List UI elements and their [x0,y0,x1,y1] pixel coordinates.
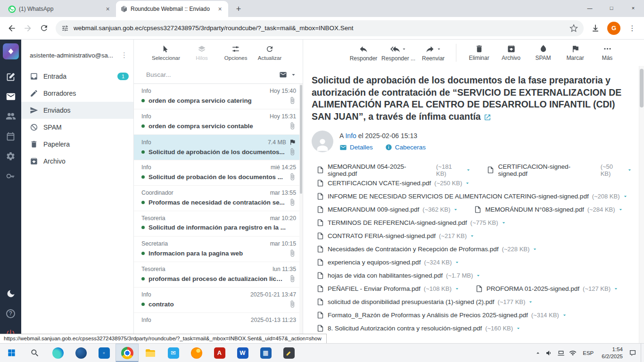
site-settings-icon[interactable] [61,25,69,32]
message-row[interactable]: Tesorerialun 11:35 proformas del proceso… [134,262,303,288]
folder-enviados[interactable]: Enviados [21,102,133,119]
attachment-name[interactable]: PROFORMA 01-2025-signed.pdf [487,285,579,292]
forward-button[interactable] [20,20,36,36]
file-explorer-button[interactable] [139,344,162,362]
attachment-item[interactable]: PEÑAFIEL - Enviar Proforma.pdf(~108 KB) [316,285,460,293]
sign-app-button[interactable] [277,344,300,362]
account-header[interactable]: asistente-administrativo@sa... ⋮ [21,40,133,68]
attachment-name[interactable]: experiencia y equipos-signed.pdf [328,259,421,266]
action-center-icon[interactable] [629,349,636,357]
tab-whatsapp[interactable]: (1) WhatsApp × [4,1,116,17]
app-blue-2-button[interactable]: ▦ [254,344,277,362]
message-row[interactable]: Infomié 14:25 Solicitud de probación de … [134,160,303,186]
reload-button[interactable] [36,20,52,36]
mail-task-button[interactable] [0,87,21,107]
close-window-button[interactable]: × [622,0,644,16]
attachment-item[interactable]: TERMINOS DE REFERENCIA-signed-signed.pdf… [316,219,507,227]
attachment-item[interactable]: MEMORANDUM 054-2025-signed.pdf(~181 KB) [316,163,471,177]
delete-button[interactable]: Eliminar [465,44,493,61]
attachment-name[interactable]: PEÑAFIEL - Enviar Proforma.pdf [328,285,421,292]
start-button[interactable] [0,344,23,362]
help-button[interactable]: ? [0,304,21,323]
chevron-down-icon[interactable] [290,71,297,78]
app-dark-blue-button[interactable] [69,344,92,362]
language-indicator[interactable]: ESP [581,350,595,356]
attachment-item[interactable]: solicitud de disponibilidad presupuestar… [316,298,534,306]
chevron-down-icon[interactable] [622,193,628,199]
close-icon[interactable]: × [216,5,224,13]
message-row[interactable]: Secretariamar 10:15 Informacion para la … [134,237,303,262]
attachment-name[interactable]: MEMORÁNDUM N°083-signed.pdf [485,206,584,213]
attachment-name[interactable]: MEMORANDUM 009-signed.pdf [328,206,419,213]
select-button[interactable]: Seleccionar [152,45,180,61]
attachment-name[interactable]: MEMORANDUM 054-2025-signed.pdf [328,163,433,177]
attachment-name[interactable]: CERTIFICACION-signed-signed.pdf [498,163,597,177]
volume-icon[interactable] [545,349,553,357]
attachment-name[interactable]: 8. Solicitud Autorización contra y resol… [328,325,482,332]
calendar-task-button[interactable] [0,126,21,146]
message-row[interactable]: InfoHoy 15:40 orden de compra servicio c… [134,84,303,109]
chevron-down-icon[interactable] [561,312,568,318]
attachment-item[interactable]: 8. Solicitud Autorización contra y resol… [316,324,521,332]
mark-button[interactable]: Marcar [561,44,589,61]
address-bar[interactable]: webmail.sanjuan.gob.ec/cpsess3272438975/… [56,20,584,36]
message-row[interactable]: Info2025-01-21 13:47 contrato [134,288,303,313]
tab-roundcube[interactable]: Roundcube Webmail :: Enviado × [116,1,228,17]
chevron-down-icon[interactable] [464,180,471,186]
account-menu-icon[interactable]: ⋮ [121,51,128,59]
attachment-item[interactable]: CERTIFICACION-signed-signed.pdf(~50 KB) [487,163,633,177]
attachment-name[interactable]: CONTRATO FERIA-signed-signed.pdf [328,232,436,239]
minimize-button[interactable]: — [579,0,601,16]
folder-entrada[interactable]: Entrada 1 [21,68,133,85]
chevron-down-icon[interactable] [453,206,459,213]
folder-spam[interactable]: SPAM [21,119,133,136]
refresh-button[interactable]: Actualizar [257,45,282,61]
attachment-item[interactable]: MEMORANDUM 009-signed.pdf(~362 KB) [316,206,459,214]
chevron-down-icon[interactable] [501,220,507,226]
taskbar-clock[interactable]: 1:54 6/2/2025 [600,346,625,360]
attachment-name[interactable]: Necesidades de Contratación y Recepción … [328,246,498,253]
attachment-item[interactable]: Formato_8_Razón de Proformas y Análisis … [316,311,568,319]
contacts-task-button[interactable] [0,107,21,126]
chevron-down-icon[interactable] [465,167,471,173]
attachment-name[interactable]: hojas de vida con habilitantes-signed.pd… [328,272,443,279]
dark-mode-button[interactable] [0,284,21,304]
attachment-name[interactable]: TERMINOS DE REFERENCIA-signed-signed.pdf [328,219,467,226]
options-button[interactable]: Opciones [223,45,248,61]
attachment-item[interactable]: experiencia y equipos-signed.pdf(~324 KB… [316,258,460,266]
message-row-selected[interactable]: Info7.4 MB Solicitud de aprobación de lo… [134,135,303,160]
word-button[interactable]: W [231,344,254,362]
maximize-button[interactable]: □ [601,0,622,16]
threads-button[interactable]: Hilos [190,45,214,61]
chevron-down-icon[interactable] [475,272,481,279]
search-bar[interactable] [134,66,303,84]
app-blue-button[interactable]: ◦ [92,344,116,362]
attachment-item[interactable]: PROFORMA 01-2025-signed.pdf(~127 KB) [475,285,619,293]
search-scope-icon[interactable] [279,71,287,79]
attachment-item[interactable]: MEMORÁNDUM N°083-signed.pdf(~284 KB) [474,206,623,214]
spam-button[interactable]: SPAM [529,44,557,61]
message-row[interactable]: Tesoreriamar 10:20 Solicitud de informac… [134,211,303,237]
compose-button[interactable] [0,67,21,87]
edge-button[interactable] [46,344,69,362]
taskbar-search-button[interactable] [23,344,46,362]
chevron-down-icon[interactable] [528,299,534,305]
headers-toggle[interactable]: Cabeceras [385,144,426,151]
chevron-down-icon[interactable] [532,246,538,252]
chevron-down-icon[interactable] [454,259,460,265]
show-desktop-strip[interactable] [641,344,643,362]
browser-menu-button[interactable]: ⋮ [624,20,640,36]
scrollbar-thumb[interactable] [300,85,302,194]
attachment-name[interactable]: INFORME DE NECESIDAD SERVICIOS DE ALIMEN… [328,193,589,200]
downloads-button[interactable] [587,20,603,36]
chevron-down-icon[interactable] [618,206,624,213]
chevron-down-icon[interactable] [401,46,407,52]
attachment-item[interactable]: CERTIFICACION VCATE-signed.pdf(~250 KB) [316,179,471,187]
forward-button[interactable]: Reenviar [419,44,447,62]
profile-avatar[interactable]: G [607,22,620,35]
attachment-item[interactable]: Necesidades de Contratación y Recepción … [316,245,538,253]
attachment-name[interactable]: Formato_8_Razón de Proformas y Análisis … [328,312,528,319]
scrollbar-thumb[interactable] [640,69,644,107]
attachment-item[interactable]: CONTRATO FERIA-signed-signed.pdf(~217 KB… [316,232,475,240]
attachment-item[interactable]: hojas de vida con habilitantes-signed.pd… [316,272,481,280]
